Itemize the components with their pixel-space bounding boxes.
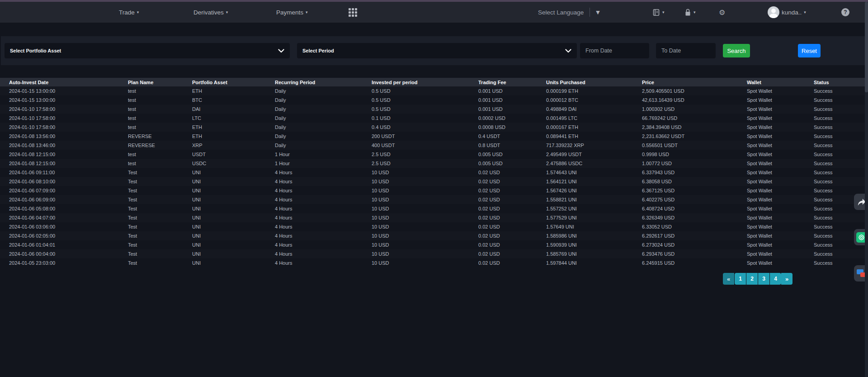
table-cell: 2,509.405501 USD xyxy=(642,86,747,95)
table-cell: 2024-01-15 13:00:00 xyxy=(0,86,128,95)
pagination-next-button[interactable]: » xyxy=(781,273,793,285)
table-header-cell: Wallet xyxy=(747,78,814,86)
table-cell: 0.000012 BTC xyxy=(546,95,642,105)
table-cell: 2024-01-06 04:07:00 xyxy=(0,213,128,222)
table-cell: 1.558821 UNI xyxy=(546,195,642,204)
table-cell: 42,613.16439 USD xyxy=(642,95,747,105)
table-header-cell: Auto-Invest Date xyxy=(0,78,128,86)
table-cell: Spot Wallet xyxy=(747,204,814,213)
table-cell: 2,231.63662 USDT xyxy=(642,132,747,141)
table-cell: USDC xyxy=(192,159,275,168)
period-select[interactable]: Select Period xyxy=(297,43,577,58)
table-cell: Daily xyxy=(275,86,372,95)
wallet-menu-button[interactable]: ▾ xyxy=(652,2,665,23)
table-cell: Daily xyxy=(275,141,372,150)
chevron-down-icon: ▾ xyxy=(693,10,696,14)
table-cell: test xyxy=(128,105,192,114)
table-cell: 10 USD xyxy=(372,231,478,240)
table-cell: Test xyxy=(128,240,192,249)
to-date-input[interactable] xyxy=(656,43,716,58)
table-cell: UNI xyxy=(192,258,275,267)
pagination-page-button[interactable]: 1 xyxy=(735,273,746,285)
nav-menu-derivatives[interactable]: Derivatives ▾ xyxy=(193,2,228,23)
table-cell: 2024-01-06 08:10:00 xyxy=(0,177,128,186)
table-cell: 10 USD xyxy=(372,222,478,231)
table-row: 2024-01-06 02:05:00TestUNI4 Hours10 USD0… xyxy=(0,231,865,240)
nav-menu-label: Payments xyxy=(276,9,303,16)
table-cell: test xyxy=(128,159,192,168)
nav-menu-label: Trade xyxy=(119,9,135,16)
table-cell: 4 Hours xyxy=(275,195,372,204)
pagination-page-button[interactable]: 2 xyxy=(746,273,758,285)
table-cell: UNI xyxy=(192,240,275,249)
table-cell: XRP xyxy=(192,141,275,150)
chevron-down-icon: ▾ xyxy=(306,10,308,14)
security-menu-button[interactable]: ▾ xyxy=(684,2,696,23)
table-cell: 1.597844 UNI xyxy=(546,258,642,267)
username-label: kunda.. xyxy=(782,9,802,16)
table-cell: 1.557252 UNI xyxy=(546,204,642,213)
scrollbar-thumb[interactable] xyxy=(865,2,868,92)
table-cell: 6.326349 USD xyxy=(642,213,747,222)
table-cell: 2.5 USD xyxy=(372,150,478,159)
table-cell: Test xyxy=(128,258,192,267)
help-button[interactable]: ? xyxy=(841,2,849,23)
table-cell: test xyxy=(128,123,192,132)
table-cell: 4 Hours xyxy=(275,222,372,231)
table-cell: Spot Wallet xyxy=(747,123,814,132)
table-cell: ETH xyxy=(192,132,275,141)
table-cell: 2,384.39408 USD xyxy=(642,123,747,132)
settings-button[interactable]: ⚙ xyxy=(719,2,725,23)
table-row: 2024-01-06 08:10:00TestUNI4 Hours10 USD0… xyxy=(0,177,865,186)
table-cell: 6.273024 USD xyxy=(642,240,747,249)
table-cell: Spot Wallet xyxy=(747,114,814,123)
grid-icon xyxy=(349,8,357,17)
table-header-cell: Units Purchased xyxy=(546,78,642,86)
language-dropdown-icon: ▼ xyxy=(596,10,599,15)
nav-menu-trade[interactable]: Trade ▾ xyxy=(119,2,139,23)
portfolio-asset-select-value: Select Portfolio Asset xyxy=(10,48,61,53)
filter-panel: Select Portfolio Asset Select Period Sea… xyxy=(1,36,865,65)
chevron-down-icon: ▾ xyxy=(804,10,806,14)
table-cell: Success xyxy=(814,132,865,141)
table-cell: 2024-01-06 01:04:01 xyxy=(0,240,128,249)
table-cell: 10 USD xyxy=(372,249,478,258)
table-cell: 4 Hours xyxy=(275,249,372,258)
table-cell: Spot Wallet xyxy=(747,177,814,186)
pagination-page-button[interactable]: 3 xyxy=(758,273,769,285)
pagination-prev-button[interactable]: « xyxy=(723,273,734,285)
table-cell: Test xyxy=(128,204,192,213)
table-cell: UNI xyxy=(192,231,275,240)
table-header-cell: Invested per period xyxy=(372,78,478,86)
language-selector[interactable]: Select Language ▼ xyxy=(538,2,600,23)
table-cell: 0.02 USD xyxy=(478,222,546,231)
table-cell: LTC xyxy=(192,114,275,123)
table-cell: Daily xyxy=(275,95,372,105)
search-button[interactable]: Search xyxy=(723,44,750,57)
table-cell: 1.585986 UNI xyxy=(546,231,642,240)
portfolio-asset-select[interactable]: Select Portfolio Asset xyxy=(5,43,290,58)
table-cell: Spot Wallet xyxy=(747,141,814,150)
reset-button[interactable]: Reset xyxy=(798,44,821,57)
table-cell: test xyxy=(128,150,192,159)
table-row: 2024-01-06 04:07:00TestUNI4 Hours10 USD0… xyxy=(0,213,865,222)
table-header-cell: Trading Fee xyxy=(478,78,546,86)
nav-menu-payments[interactable]: Payments ▾ xyxy=(276,2,308,23)
table-row: 2024-01-08 12:15:00testUSDT1 Hour2.5 USD… xyxy=(0,150,865,159)
table-header-row: Auto-Invest DatePlan NamePortfolio Asset… xyxy=(0,78,865,86)
apps-grid-button[interactable] xyxy=(349,2,357,23)
table-cell: 0.02 USD xyxy=(478,204,546,213)
table-cell: 0.089441 ETH xyxy=(546,132,642,141)
table-cell: 4 Hours xyxy=(275,231,372,240)
pagination-page-button[interactable]: 4 xyxy=(770,273,781,285)
table-cell: 4 Hours xyxy=(275,258,372,267)
table-cell: 2024-01-10 17:58:00 xyxy=(0,123,128,132)
user-menu[interactable]: kunda.. ▾ xyxy=(768,2,806,23)
table-cell: Success xyxy=(814,95,865,105)
wallet-book-icon xyxy=(652,9,660,16)
from-date-input[interactable] xyxy=(580,43,649,58)
table-cell: 1.00772 USD xyxy=(642,159,747,168)
table-cell: 6.367125 USD xyxy=(642,186,747,195)
table-cell: 0.02 USD xyxy=(478,240,546,249)
table-cell: 2024-01-06 07:09:00 xyxy=(0,186,128,195)
